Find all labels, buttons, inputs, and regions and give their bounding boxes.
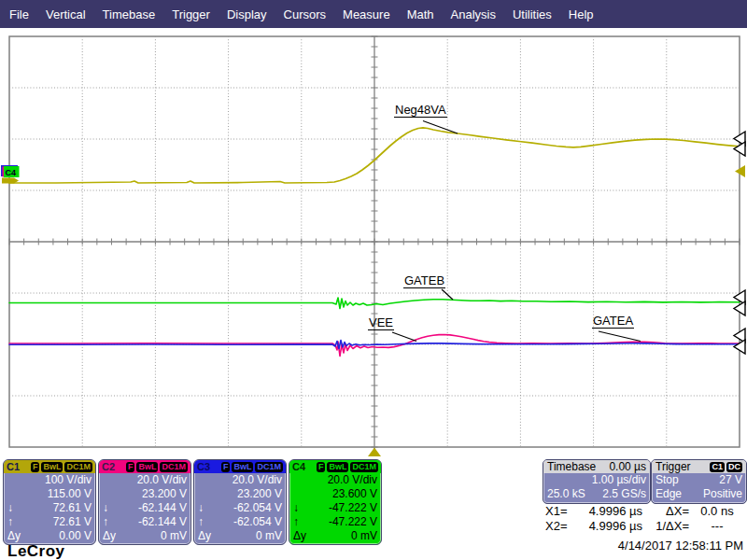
cursor-down-value: -47.222 V [329,501,377,515]
badge-bwl: BwL [327,462,348,472]
delta-y-row: Δy0.00 V [4,529,95,543]
channel-id: C1 [7,461,20,472]
timebase-box[interactable]: Timebase 0.00 µs 1.00 µs/div 25.0 kS 2.5… [543,459,651,504]
badge-bwl: BwL [136,462,158,472]
channel-header-c1: C1 F BwL DC1M [4,460,95,473]
lecroy-logo: LeCroy [7,542,65,560]
badge-dc1m: DC1M [350,462,378,472]
delta-y-value: 0 mV [161,529,187,543]
trigger-box[interactable]: Trigger C1 DC Stop 27 V Edge Positive [651,459,747,504]
trigger-kind: Edge [655,487,682,501]
inv-dx-label: 1/ΔX= [648,519,693,534]
delta-y-row: Δy0 mV [289,529,381,543]
cursor-down-icon: ↓ [293,501,308,515]
timebase-label: Timebase [547,460,596,473]
cursor-up-row: ↑-47.222 V [289,515,381,529]
cursor-down-row: ↓-47.222 V [289,501,381,515]
channel-box-c2[interactable]: C2 F BwL DC1M 20.0 V/div 23.200 V ↓-62.1… [98,459,191,545]
left-marker-label: C4 [6,168,17,177]
timebase-rate: 2.5 GS/s [602,487,646,501]
delta-y-label: Δy [293,529,308,543]
trigger-slope: Positive [703,487,742,501]
badge-dc1m: DC1M [64,462,92,472]
cursor-down-icon: ↓ [103,501,118,515]
delta-y-label: Δy [7,529,22,543]
channel-box-c3[interactable]: C3 F BwL DC1M 20.0 V/div 23.200 V ↓-62.0… [193,459,287,545]
graticule [9,36,740,451]
badge-bwl: BwL [41,462,63,472]
cursor-down-value: -62.144 V [138,501,187,515]
trigger-header: Trigger C1 DC [652,460,746,473]
vdiv-value: 20.0 V/div [99,473,190,487]
offset-value: 23.200 V [99,487,190,501]
trigger-time-marker[interactable] [368,448,381,457]
offset-value: 23.600 V [289,487,381,501]
delta-y-value: 0 mV [256,529,282,543]
inv-dx-value: --- [693,519,741,534]
cursor-up-value: -62.144 V [138,515,187,529]
trace-label-vee[interactable]: VEE [368,316,394,330]
badge-dc1m: DC1M [255,462,283,472]
vdiv-value: 100 V/div [4,473,95,487]
channel-header-c3: C3 F BwL DC1M [194,460,286,473]
dx-value: 0.0 ns [693,504,741,519]
timebase-sampling-row: 25.0 kS 2.5 GS/s [543,487,650,501]
channel-id: C4 [292,461,305,472]
trigger-type-row: Edge Positive [652,487,746,501]
cursor-down-value: -62.054 V [233,501,282,515]
trigger-mode-row: Stop 27 V [652,473,746,487]
trace-label-gateb[interactable]: GATEB [403,274,445,288]
cursor-up-row: ↑-62.144 V [99,515,190,529]
badge-f: F [31,462,40,472]
trace-label-gatea[interactable]: GATEA [592,315,634,329]
cursor-down-value: 72.61 V [53,501,92,515]
cursor-up-icon: ↑ [293,515,308,529]
vdiv-value: 20.0 V/div [289,473,381,487]
badge-dc1m: DC1M [160,462,188,472]
channel-box-c4[interactable]: C4 F BwL DC1M 20.0 V/div 23.600 V ↓-47.2… [289,459,382,545]
badge-f: F [317,462,326,472]
delta-y-value: 0 mV [351,529,377,543]
delta-y-value: 0.00 V [59,529,92,543]
timebase-perdiv: 1.00 µs/div [543,473,650,487]
cursor-up-row: ↑-62.054 V [194,515,286,529]
cursor-up-icon: ↑ [198,515,213,529]
datetime: 4/14/2017 12:58:11 PM [546,539,743,553]
trigger-mode: Stop [655,473,679,487]
trigger-source-badge: C1 [710,462,725,472]
cursor-up-value: -47.222 V [329,515,377,529]
offset-value: 23.200 V [194,487,286,501]
delta-y-row: Δy0 mV [99,529,190,543]
x2-value: 4.9996 µs [575,519,648,534]
cursor-down-row: ↓-62.144 V [99,501,190,515]
timebase-samples: 25.0 kS [547,487,585,501]
trace-label-neg48va[interactable]: Neg48VA [394,104,447,118]
delta-y-row: Δy0 mV [194,529,286,543]
cursor-up-row: ↑72.61 V [4,515,95,529]
channel-header-c4: C4 F BwL DC1M [289,460,381,473]
vdiv-value: 20.0 V/div [194,473,286,487]
delta-y-label: Δy [198,529,213,543]
channel-box-c1[interactable]: C1 F BwL DC1M 100 V/div 115.00 V ↓72.61 … [3,459,96,545]
cursor-up-icon: ↑ [103,515,118,529]
trigger-coupling-badge: DC [726,462,742,472]
x1-label: X1= [545,504,575,519]
cursor-down-row: ↓72.61 V [4,501,95,515]
timebase-header: Timebase 0.00 µs [543,460,650,473]
cursor-up-value: 72.61 V [53,515,92,529]
cursor-readout: X1= 4.9996 µs ΔX= 0.0 ns X2= 4.9996 µs 1… [545,504,745,534]
trigger-level: 27 V [719,473,742,487]
trigger-label: Trigger [655,460,691,473]
offset-value: 115.00 V [4,487,95,501]
cursor-up-icon: ↑ [7,515,22,529]
channel-id: C2 [102,461,115,472]
cursor-up-value: -62.054 V [233,515,282,529]
timebase-position: 0.00 µs [609,460,646,473]
cursor-down-icon: ↓ [198,501,213,515]
channel-zero-markers[interactable]: C4 [1,165,20,184]
badge-f: F [221,462,231,472]
delta-y-label: Δy [103,529,118,543]
dx-label: ΔX= [648,504,693,519]
channel-header-c2: C2 F BwL DC1M [99,460,190,473]
badge-bwl: BwL [232,462,253,472]
